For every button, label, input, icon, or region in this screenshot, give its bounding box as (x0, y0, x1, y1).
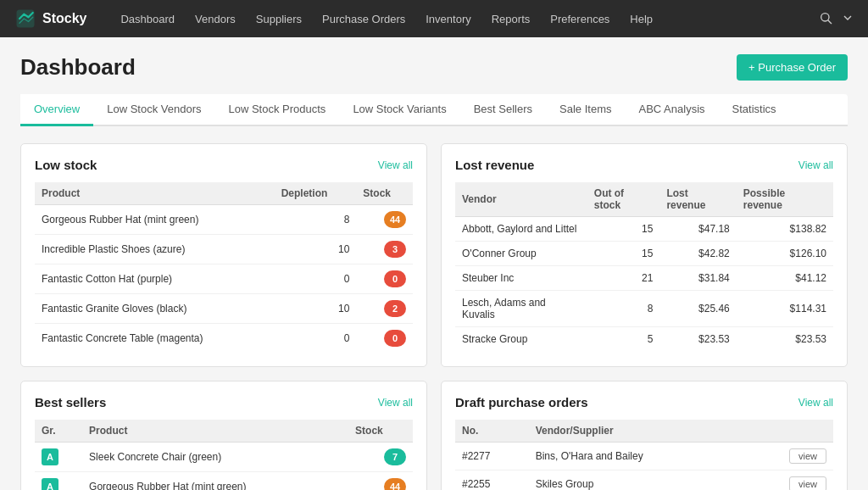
navbar-right (819, 11, 854, 27)
tab-statistics[interactable]: Statistics (719, 94, 790, 126)
navbar: Stocky Dashboard Vendors Suppliers Purch… (0, 0, 868, 37)
ls-stock: 0 (356, 324, 413, 354)
tab-low-stock-vendors[interactable]: Low Stock Vendors (93, 94, 214, 126)
nav-preferences[interactable]: Preferences (542, 8, 618, 31)
tab-sale-items[interactable]: Sale Items (546, 94, 625, 126)
low-stock-header: Low stock View all (35, 158, 413, 172)
low-stock-card: Low stock View all Product Depletion Sto… (20, 143, 427, 367)
ls-depletion: 10 (275, 235, 357, 264)
do-vendor: Bins, O'Hara and Bailey (529, 443, 744, 471)
draft-orders-title: Draft purchase orders (455, 395, 588, 409)
low-stock-title: Low stock (35, 158, 97, 172)
ls-depletion: 8 (275, 205, 357, 235)
stock-badge: 3 (384, 241, 406, 258)
draft-orders-table: No. Vendor/Supplier #2277 Bins, O'Hara a… (455, 420, 833, 490)
tab-abc-analysis[interactable]: ABC Analysis (625, 94, 718, 126)
page-header: Dashboard + Purchase Order (20, 54, 848, 81)
table-row: Fantastic Granite Gloves (black) 10 2 (35, 294, 413, 324)
do-number: #2277 (455, 443, 529, 471)
best-sellers-title: Best sellers (35, 395, 106, 409)
lr-lost-revenue: $47.18 (659, 217, 736, 242)
bs-product: Gorgeous Rubber Hat (mint green) (82, 472, 348, 491)
lr-possible-revenue: $126.10 (737, 242, 833, 266)
best-sellers-view-all[interactable]: View all (378, 397, 413, 409)
nav-purchase-orders[interactable]: Purchase Orders (314, 8, 414, 31)
do-number: #2255 (455, 471, 529, 491)
do-action: view (744, 471, 833, 491)
grade-badge: A (42, 478, 58, 490)
nav-help[interactable]: Help (621, 8, 661, 31)
nav-suppliers[interactable]: Suppliers (248, 8, 310, 31)
nav-vendors[interactable]: Vendors (186, 8, 244, 31)
table-row: A Sleek Concrete Chair (green) 7 (35, 443, 413, 472)
lr-lost-revenue: $25.46 (659, 291, 736, 327)
best-sellers-header: Best sellers View all (35, 395, 413, 409)
svg-line-2 (828, 20, 832, 24)
lr-possible-revenue: $23.53 (737, 327, 833, 352)
low-stock-col-depletion: Depletion (275, 182, 357, 205)
table-row: O'Conner Group 15 $42.82 $126.10 (455, 242, 833, 266)
do-col-number: No. (455, 420, 529, 443)
lr-possible-revenue: $114.31 (737, 291, 833, 327)
navbar-menu-icon[interactable] (841, 11, 854, 27)
stock-badge: 7 (384, 448, 406, 465)
table-row: Stracke Group 5 $23.53 $23.53 (455, 327, 833, 352)
table-row: Gorgeous Rubber Hat (mint green) 8 44 (35, 205, 413, 235)
low-stock-col-product: Product (35, 182, 275, 205)
ls-stock: 44 (356, 205, 413, 235)
table-row: Fantastic Concrete Table (magenta) 0 0 (35, 324, 413, 354)
ls-stock: 3 (356, 235, 413, 264)
tab-best-sellers[interactable]: Best Sellers (460, 94, 546, 126)
nav-inventory[interactable]: Inventory (417, 8, 479, 31)
lr-col-lost-revenue: Lost revenue (659, 182, 736, 217)
bs-stock: 7 (348, 443, 413, 472)
table-row: Abbott, Gaylord and Littel 15 $47.18 $13… (455, 217, 833, 242)
tab-overview[interactable]: Overview (20, 94, 93, 126)
main-content: Dashboard + Purchase Order Overview Low … (0, 37, 868, 490)
stock-badge: 44 (384, 478, 406, 490)
view-order-button[interactable]: view (789, 448, 826, 464)
bs-product: Sleek Concrete Chair (green) (82, 443, 348, 472)
table-row: A Gorgeous Rubber Hat (mint green) 44 (35, 472, 413, 491)
best-sellers-table: Gr. Product Stock A Sleek Concrete Chair… (35, 420, 413, 490)
stock-badge: 44 (384, 211, 406, 228)
table-row: #2255 Skiles Group view (455, 471, 833, 491)
ls-depletion: 10 (275, 294, 357, 324)
ls-product: Incredible Plastic Shoes (azure) (35, 235, 275, 264)
bs-col-product: Product (82, 420, 348, 443)
draft-orders-view-all[interactable]: View all (798, 397, 833, 409)
grade-badge: A (42, 448, 58, 465)
lr-lost-revenue: $23.53 (659, 327, 736, 352)
lr-out-of-stock: 15 (587, 242, 660, 266)
low-stock-view-all[interactable]: View all (378, 159, 413, 171)
bs-col-stock: Stock (348, 420, 413, 443)
search-icon[interactable] (819, 11, 832, 27)
lr-vendor: Abbott, Gaylord and Littel (455, 217, 587, 242)
lost-revenue-view-all[interactable]: View all (798, 159, 833, 171)
lost-revenue-title: Lost revenue (455, 158, 534, 172)
bs-col-grade: Gr. (35, 420, 82, 443)
do-col-action (744, 420, 833, 443)
table-row: Steuber Inc 21 $31.84 $41.12 (455, 266, 833, 291)
ls-stock: 0 (356, 264, 413, 294)
ls-stock: 2 (356, 294, 413, 324)
lr-vendor: Steuber Inc (455, 266, 587, 291)
lr-vendor: Lesch, Adams and Kuvalis (455, 291, 587, 327)
bs-stock: 44 (348, 472, 413, 491)
ls-depletion: 0 (275, 324, 357, 354)
low-stock-col-stock: Stock (356, 182, 413, 205)
view-order-button[interactable]: view (789, 476, 826, 490)
nav-dashboard[interactable]: Dashboard (112, 8, 183, 31)
navbar-links: Dashboard Vendors Suppliers Purchase Ord… (112, 8, 819, 31)
tab-low-stock-products[interactable]: Low Stock Products (214, 94, 339, 126)
lost-revenue-card: Lost revenue View all Vendor Out of stoc… (441, 143, 848, 367)
lr-out-of-stock: 21 (587, 266, 660, 291)
draft-orders-card: Draft purchase orders View all No. Vendo… (441, 381, 848, 490)
tab-low-stock-variants[interactable]: Low Stock Variants (339, 94, 459, 126)
low-stock-table: Product Depletion Stock Gorgeous Rubber … (35, 182, 413, 353)
lr-col-out-of-stock: Out of stock (587, 182, 660, 217)
lost-revenue-header: Lost revenue View all (455, 158, 833, 172)
draft-orders-header: Draft purchase orders View all (455, 395, 833, 409)
nav-reports[interactable]: Reports (483, 8, 539, 31)
purchase-order-button[interactable]: + Purchase Order (737, 54, 848, 81)
